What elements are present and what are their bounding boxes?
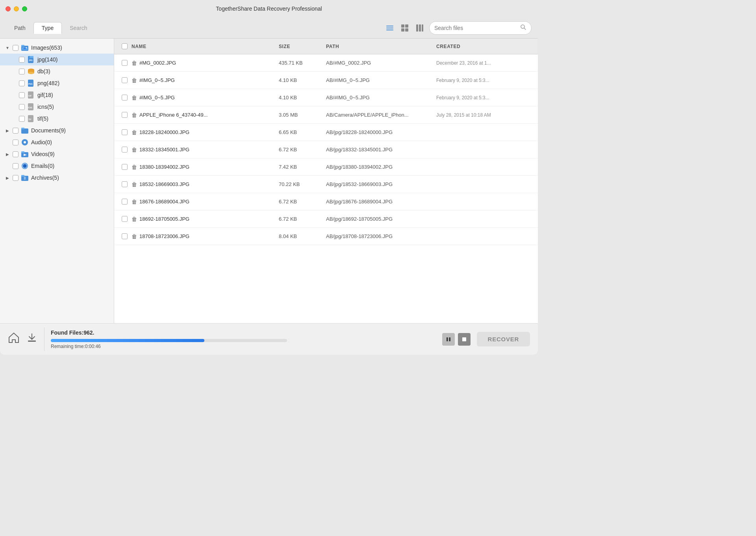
sidebar-item-images[interactable]: ▼ Images(653) [0, 42, 114, 54]
sidebar-item-videos[interactable]: ▶ Videos(9) [0, 148, 114, 160]
search-box[interactable] [429, 21, 532, 35]
table-row[interactable]: 🗑 #IMG_0~5.JPG 4.10 KB AB/#IMG_0~5.JPG F… [114, 72, 538, 89]
app-window: TogetherShare Data Recovery Professional… [0, 0, 538, 355]
status-divider [44, 328, 44, 351]
row-checkbox[interactable] [117, 112, 132, 118]
svg-rect-32 [21, 128, 24, 129]
row-checkbox[interactable] [117, 77, 132, 83]
row-checkbox[interactable] [117, 95, 132, 100]
table-row[interactable]: 🗑 18532-18669003.JPG 70.22 KB AB/jpg/185… [114, 176, 538, 193]
row-size: 70.22 KB [279, 181, 326, 187]
checkbox-videos[interactable] [13, 151, 19, 157]
sidebar-item-db[interactable]: db(3) [0, 65, 114, 77]
found-files-label: Found Files:962. [51, 329, 436, 336]
tab-group: Path Type Search [6, 22, 95, 34]
row-checkbox[interactable] [117, 216, 132, 222]
trash-icon: 🗑 [132, 77, 137, 84]
close-button[interactable] [6, 6, 11, 11]
table-row[interactable]: 🗑 #MG_0002.JPG 435.71 KB AB/#MG_0002.JPG… [114, 54, 538, 72]
home-icon[interactable] [8, 332, 20, 346]
row-path: AB/jpg/18228-18240000.JPG [326, 129, 436, 135]
row-name: 🗑 18532-18669003.JPG [132, 181, 279, 188]
row-name: 🗑 18228-18240000.JPG [132, 129, 279, 136]
table-row[interactable]: 🗑 18228-18240000.JPG 6.65 KB AB/jpg/1822… [114, 124, 538, 141]
svg-text:PNG: PNG [28, 83, 33, 85]
sidebar-item-audio[interactable]: Audio(0) [0, 136, 114, 148]
row-checkbox[interactable] [117, 181, 132, 187]
row-checkbox[interactable] [117, 233, 132, 239]
row-checkbox[interactable] [117, 164, 132, 170]
row-checkbox[interactable] [117, 60, 132, 66]
checkbox-documents[interactable] [13, 128, 19, 134]
sidebar-item-documents[interactable]: ▶ Documents(9) [0, 125, 114, 136]
row-size: 435.71 KB [279, 60, 326, 66]
table-row[interactable]: 🗑 APPLE_iPhone 6_43740-49... 3.05 MB AB/… [114, 106, 538, 124]
minimize-button[interactable] [14, 6, 19, 11]
checkbox-archives[interactable] [13, 175, 19, 181]
sidebar-item-tif[interactable]: TIF tif(5) [0, 113, 114, 125]
sidebar-item-jpg[interactable]: JPG jpg(140) [0, 54, 114, 65]
checkbox-png[interactable] [19, 80, 25, 86]
table-row[interactable]: 🗑 18676-18689004.JPG 6.72 KB AB/jpg/1867… [114, 193, 538, 210]
checkbox-db[interactable] [19, 69, 25, 74]
sidebar-item-png[interactable]: PNG png(482) [0, 77, 114, 89]
row-checkbox[interactable] [117, 147, 132, 153]
checkbox-tif[interactable] [19, 116, 25, 122]
checkbox-jpg[interactable] [19, 57, 25, 63]
expander-images[interactable]: ▼ [5, 45, 10, 50]
stop-button[interactable] [458, 333, 471, 346]
row-name: 🗑 18692-18705005.JPG [132, 216, 279, 222]
checkbox-icns[interactable] [19, 104, 25, 110]
tab-search[interactable]: Search [62, 22, 95, 34]
sidebar-item-gif[interactable]: GIF gif(18) [0, 89, 114, 101]
tab-type[interactable]: Type [33, 22, 62, 34]
expander-archives[interactable]: ▶ [5, 175, 10, 181]
search-input[interactable] [434, 25, 520, 31]
maximize-button[interactable] [22, 6, 27, 11]
sidebar-item-archives[interactable]: ▶ Archives(5) [0, 172, 114, 184]
svg-rect-0 [386, 26, 393, 26]
tab-path[interactable]: Path [6, 22, 33, 34]
columns-view-button[interactable] [413, 22, 426, 34]
sidebar-label-images: Images(653) [31, 45, 62, 51]
checkbox-images[interactable] [13, 45, 19, 51]
checkbox-gif[interactable] [19, 92, 25, 98]
table-row[interactable]: 🗑 #IMG_0~5.JPG 4.10 KB AB/#IMG_0~5.JPG F… [114, 89, 538, 106]
svg-rect-9 [422, 24, 423, 32]
row-path: AB/jpg/18708-18723006.JPG [326, 233, 436, 239]
table-row[interactable]: 🗑 18708-18723006.JPG 8.04 KB AB/jpg/1870… [114, 228, 538, 245]
table-row[interactable]: 🗑 18692-18705005.JPG 6.72 KB AB/jpg/1869… [114, 210, 538, 228]
header-checkbox[interactable] [117, 43, 132, 49]
sidebar-item-emails[interactable]: Emails(0) [0, 160, 114, 172]
list-view-button[interactable] [384, 22, 396, 34]
header-created: CREATED [436, 44, 535, 49]
table-row[interactable]: 🗑 18332-18345001.JPG 6.72 KB AB/jpg/1833… [114, 141, 538, 158]
row-size: 4.10 KB [279, 77, 326, 83]
expander-documents[interactable]: ▶ [5, 128, 10, 133]
grid-view-button[interactable] [398, 22, 411, 34]
trash-icon: 🗑 [132, 199, 137, 205]
videos-folder-icon [21, 150, 29, 158]
row-created: February 9, 2020 at 5:3... [436, 78, 535, 83]
remaining-time-label: Remaining time:0:00:46 [51, 344, 436, 349]
row-checkbox[interactable] [117, 129, 132, 135]
pause-button[interactable] [442, 333, 455, 346]
checkbox-emails[interactable] [13, 163, 19, 169]
checkbox-audio[interactable] [13, 140, 19, 145]
recover-button[interactable]: RECOVER [477, 332, 530, 346]
row-name: 🗑 18380-18394002.JPG [132, 164, 279, 170]
table-row[interactable]: 🗑 18380-18394002.JPG 7.42 KB AB/jpg/1838… [114, 158, 538, 176]
png-file-icon: PNG [27, 79, 35, 87]
row-size: 8.04 KB [279, 233, 326, 239]
progress-bar-fill [51, 339, 204, 342]
row-name: 🗑 18676-18689004.JPG [132, 199, 279, 205]
trash-icon: 🗑 [132, 147, 137, 153]
sidebar-item-icns[interactable]: ICNS icns(5) [0, 101, 114, 113]
row-checkbox[interactable] [117, 199, 132, 205]
content-area: NAME SIZE PATH CREATED 🗑 #MG_0002.JPG 43… [114, 39, 538, 323]
svg-point-34 [24, 141, 26, 143]
svg-rect-45 [28, 341, 36, 342]
expander-videos[interactable]: ▶ [5, 151, 10, 157]
download-icon[interactable] [26, 332, 38, 346]
header-size: SIZE [279, 44, 326, 49]
